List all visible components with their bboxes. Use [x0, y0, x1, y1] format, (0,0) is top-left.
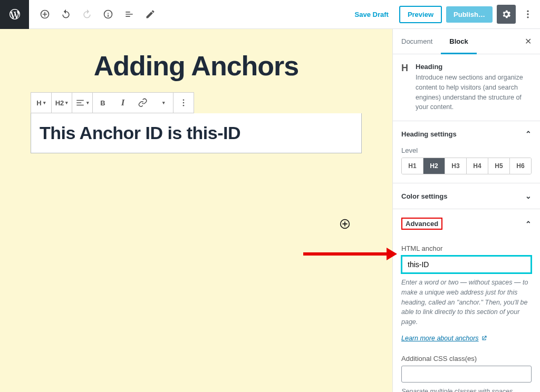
svg-point-3 — [183, 99, 185, 101]
settings-sidebar: Document Block ✕ H Heading Introduce new… — [392, 29, 540, 392]
more-formatting-button[interactable] — [153, 93, 173, 113]
chevron-up-icon: ⌃ — [525, 130, 532, 138]
block-description: Introduce new sections and organize cont… — [416, 73, 532, 112]
svg-point-2 — [527, 16, 528, 18]
advanced-panel: Advanced⌃ HTML anchor Enter a word or tw… — [393, 209, 540, 392]
italic-button[interactable]: I — [113, 93, 133, 113]
toolbar-left — [29, 5, 160, 24]
editor-canvas: Adding Anchors H H2 B I — [0, 29, 392, 392]
svg-point-0 — [527, 11, 528, 12]
more-menu-button[interactable] — [520, 5, 536, 24]
post-title[interactable]: Adding Anchors — [0, 50, 392, 82]
block-info: H Heading Introduce new sections and org… — [393, 54, 540, 121]
main: Adding Anchors H H2 B I — [0, 29, 540, 392]
advanced-toggle[interactable]: Advanced⌃ — [393, 209, 540, 238]
bold-button[interactable]: B — [93, 93, 113, 113]
block-toolbar: H H2 B I — [31, 92, 194, 113]
wordpress-logo[interactable] — [0, 0, 29, 29]
settings-button[interactable] — [497, 5, 516, 24]
info-button[interactable] — [99, 5, 118, 24]
sidebar-tabs: Document Block ✕ — [393, 29, 540, 54]
block-type-button[interactable]: H — [31, 93, 51, 113]
top-bar: Save Draft Preview Publish… — [0, 0, 540, 29]
level-h6[interactable]: H6 — [510, 158, 531, 174]
outline-button[interactable] — [120, 5, 139, 24]
css-classes-input[interactable] — [401, 366, 532, 383]
level-label: Level — [401, 146, 532, 154]
add-block-below-icon[interactable] — [339, 218, 351, 230]
heading-settings-panel: Heading settings⌃ Level H1 H2 H3 H4 H5 H… — [393, 121, 540, 183]
heading-text[interactable]: This Anchor ID is this-ID — [31, 113, 362, 153]
learn-more-link[interactable]: Learn more about anchors — [401, 335, 487, 342]
svg-point-5 — [183, 105, 185, 106]
add-block-button[interactable] — [35, 5, 54, 24]
level-h2[interactable]: H2 — [423, 158, 445, 174]
level-h3[interactable]: H3 — [445, 158, 467, 174]
heading-icon: H — [401, 63, 408, 112]
external-link-icon — [481, 335, 487, 341]
toolbar-right: Save Draft Preview Publish… — [349, 5, 540, 24]
block-more-button[interactable] — [173, 93, 194, 113]
tab-document[interactable]: Document — [393, 29, 441, 54]
anchor-label: HTML anchor — [401, 244, 532, 252]
heading-level-button[interactable]: H2 — [52, 93, 72, 113]
css-help-text: Separate multiple classes with spaces. — [401, 387, 532, 392]
edit-button[interactable] — [141, 5, 160, 24]
chevron-up-icon: ⌃ — [525, 220, 532, 228]
undo-button[interactable] — [56, 5, 75, 24]
link-button[interactable] — [133, 93, 153, 113]
css-classes-label: Additional CSS class(es) — [401, 355, 532, 362]
color-settings-toggle[interactable]: Color settings⌄ — [393, 183, 540, 209]
block-name: Heading — [416, 63, 532, 71]
level-button-group: H1 H2 H3 H4 H5 H6 — [401, 158, 532, 174]
align-button[interactable] — [72, 93, 92, 113]
level-h4[interactable]: H4 — [467, 158, 488, 174]
anchor-input[interactable] — [401, 256, 532, 273]
redo-button[interactable] — [78, 5, 97, 24]
color-settings-panel: Color settings⌄ — [393, 183, 540, 209]
svg-point-4 — [183, 102, 185, 104]
preview-button[interactable]: Preview — [399, 6, 442, 23]
heading-settings-toggle[interactable]: Heading settings⌃ — [393, 121, 540, 146]
publish-button[interactable]: Publish… — [446, 6, 493, 23]
chevron-down-icon: ⌄ — [525, 192, 532, 200]
save-draft-button[interactable]: Save Draft — [349, 6, 395, 23]
heading-block: H H2 B I This Anchor ID is this- — [31, 92, 362, 153]
level-h1[interactable]: H1 — [402, 158, 423, 174]
tab-block[interactable]: Block — [441, 29, 476, 54]
svg-point-1 — [527, 13, 528, 15]
close-sidebar-button[interactable]: ✕ — [516, 30, 540, 53]
anchor-help-text: Enter a word or two — without spaces — t… — [401, 278, 532, 327]
level-h5[interactable]: H5 — [488, 158, 510, 174]
